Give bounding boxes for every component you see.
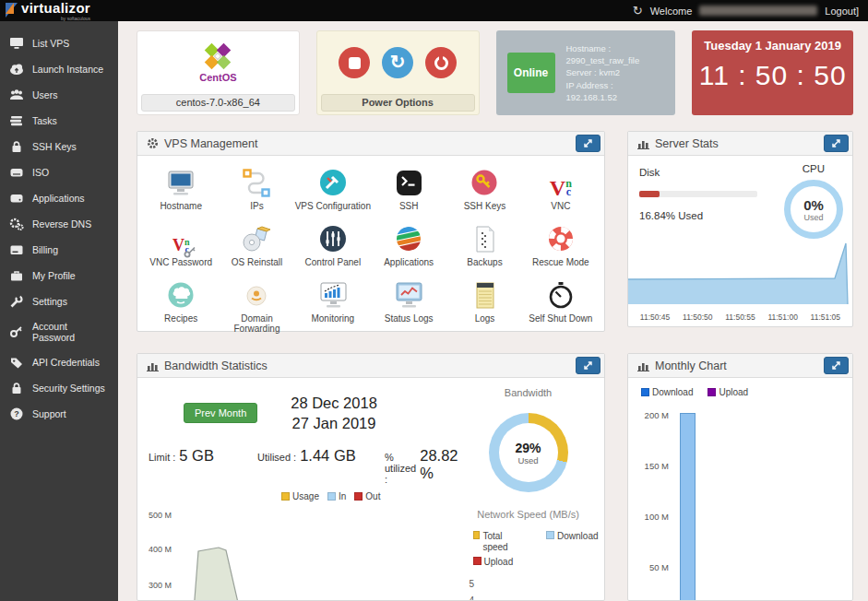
top-bar: virtualizor by softaculous ↻ Welcome Log… (0, 0, 868, 21)
sidebar-item-api-credentials[interactable]: API Credentials (0, 349, 118, 375)
sidebar-item-users[interactable]: Users (0, 82, 118, 108)
hostname-value: 2990_test_raw_file (566, 54, 640, 66)
brand-name: virtualizor (21, 0, 90, 16)
sidebar-item-my-profile[interactable]: My Profile (0, 263, 118, 289)
monthly-bar-chart: 200 M 150 M 100 M 50 M (641, 410, 843, 601)
download-swatch (546, 531, 554, 539)
vps-action-control-panel[interactable]: Control Panel (295, 223, 371, 267)
terminal-icon (393, 167, 424, 197)
vps-action-hostname[interactable]: Hostname (143, 167, 219, 211)
expand-icon (831, 360, 841, 371)
virtualizor-logo[interactable]: virtualizor by softaculous (0, 0, 90, 21)
sidebar: List VPS Launch Instance Users Tasks SSH… (0, 21, 118, 601)
lock-icon (9, 382, 24, 395)
server-value: Server : kvm2 (566, 66, 640, 78)
disk-label: Disk (639, 167, 660, 178)
lock-icon (9, 140, 24, 153)
in-legend-swatch (327, 492, 336, 501)
sidebar-item-ssh-keys[interactable]: SSH Keys (0, 134, 118, 159)
stop-button[interactable] (339, 47, 370, 78)
usage-legend-swatch (281, 492, 290, 501)
bandwidth-donut-chart: 29% Used (489, 413, 568, 492)
cpu-sub: Used (803, 213, 823, 222)
sidebar-item-billing[interactable]: Billing (0, 237, 118, 263)
bar-chart-icon (147, 360, 159, 371)
timer-icon (545, 279, 577, 310)
vps-action-applications[interactable]: Applications (371, 223, 446, 267)
vps-action-ssh-keys[interactable]: SSH Keys (446, 167, 522, 211)
sidebar-item-list-vps[interactable]: List VPS (0, 30, 118, 56)
sidebar-item-account-password[interactable]: Account Password (0, 314, 118, 349)
restart-button[interactable]: ↻ (382, 47, 413, 78)
vps-action-status-logs[interactable]: Status Logs (371, 279, 446, 334)
sidebar-item-reverse-dns[interactable]: Reverse DNS (0, 211, 118, 237)
centos-logo-icon (204, 42, 232, 70)
total-speed-swatch (473, 531, 481, 539)
vps-action-ips[interactable]: IPs (219, 167, 294, 211)
power-options-card: ↻ Power Options (316, 30, 480, 115)
credit-card-icon (9, 243, 24, 256)
sliders-icon (317, 223, 349, 253)
vnc-logo-icon: Vnc (550, 167, 572, 197)
sidebar-item-settings[interactable]: Settings (0, 289, 118, 314)
sidebar-item-launch-instance[interactable]: Launch Instance (0, 56, 118, 82)
vps-action-recipes[interactable]: Recipes (143, 279, 219, 334)
vps-action-os-reinstall[interactable]: OS Reinstall (219, 223, 294, 267)
bandwidth-usage-chart: 500 M 400 M 300 M 200 M (149, 511, 458, 601)
sidebar-item-security-settings[interactable]: Security Settings (0, 375, 118, 401)
expand-button[interactable] (576, 357, 600, 374)
stop-icon (349, 57, 361, 69)
network-speed-title: Network Speed (MB/s) (477, 509, 579, 520)
gears-icon (9, 218, 24, 230)
time-text: 11 : 50 : 50 (692, 60, 853, 91)
main-content: CentOS centos-7.0-x86_64 ↻ Power Options… (118, 21, 868, 601)
vps-action-ssh[interactable]: SSH (371, 167, 446, 211)
datetime-card: Tuesday 1 January 2019 11 : 50 : 50 (692, 30, 853, 115)
sidebar-item-iso[interactable]: ISO (0, 159, 118, 185)
applications-globe-icon (393, 223, 424, 253)
sidebar-item-support[interactable]: ? Support (0, 401, 118, 427)
expand-button[interactable] (824, 135, 849, 152)
disk-usage-bar (639, 191, 757, 197)
logout-link[interactable]: Logout] (825, 6, 859, 17)
briefcase-icon (9, 269, 24, 282)
restart-icon: ↻ (390, 53, 406, 71)
sidebar-item-tasks[interactable]: Tasks (0, 108, 118, 134)
config-tools-icon (317, 167, 349, 197)
vps-action-vnc-password[interactable]: Vnc VNC Password (143, 223, 219, 267)
backup-document-icon (469, 223, 500, 253)
disk-usage-fill (639, 191, 660, 197)
tags-icon (9, 356, 24, 369)
vps-action-vnc[interactable]: Vnc VNC (523, 167, 599, 211)
domain-forwarding-icon (241, 279, 272, 310)
vps-action-self-shut-down[interactable]: Self Shut Down (523, 279, 599, 334)
vps-action-backups[interactable]: Backups (446, 223, 522, 267)
vps-action-domain-forwarding[interactable]: Domain Forwarding (219, 279, 294, 334)
task-list-icon (9, 114, 24, 127)
expand-button[interactable] (824, 357, 849, 374)
disc-drive-icon (9, 166, 24, 179)
ip-value: 192.168.1.52 (566, 91, 640, 103)
welcome-label: Welcome (650, 6, 693, 17)
vps-action-rescue-mode[interactable]: Rescue Mode (523, 223, 599, 267)
expand-button[interactable] (576, 135, 600, 152)
poweroff-button[interactable] (425, 47, 457, 78)
panel-title: VPS Management (164, 137, 257, 150)
vps-action-monitoring[interactable]: Monitoring (295, 279, 371, 334)
ssh-key-icon (469, 167, 500, 197)
prev-month-button[interactable]: Prev Month (184, 403, 257, 423)
vps-action-configuration[interactable]: VPS Configuration (295, 167, 371, 211)
sidebar-item-applications[interactable]: Applications (0, 185, 118, 211)
donut-value: 29% (516, 441, 541, 455)
svg-text:?: ? (14, 409, 19, 418)
notepad-icon (469, 279, 500, 310)
monthly-chart-panel: Monthly Chart Download Upload 200 M 150 … (627, 353, 853, 601)
cpu-value: 0% (803, 197, 824, 213)
refresh-icon[interactable]: ↻ (633, 5, 643, 17)
ip-route-icon (241, 167, 272, 197)
vps-info-lines: Hostname : 2990_test_raw_file Server : k… (566, 42, 640, 103)
brand-subtitle: by softaculous (18, 16, 90, 21)
download-bar (680, 413, 696, 601)
panel-title: Bandwidth Statistics (164, 359, 268, 372)
vps-action-logs[interactable]: Logs (446, 279, 522, 334)
